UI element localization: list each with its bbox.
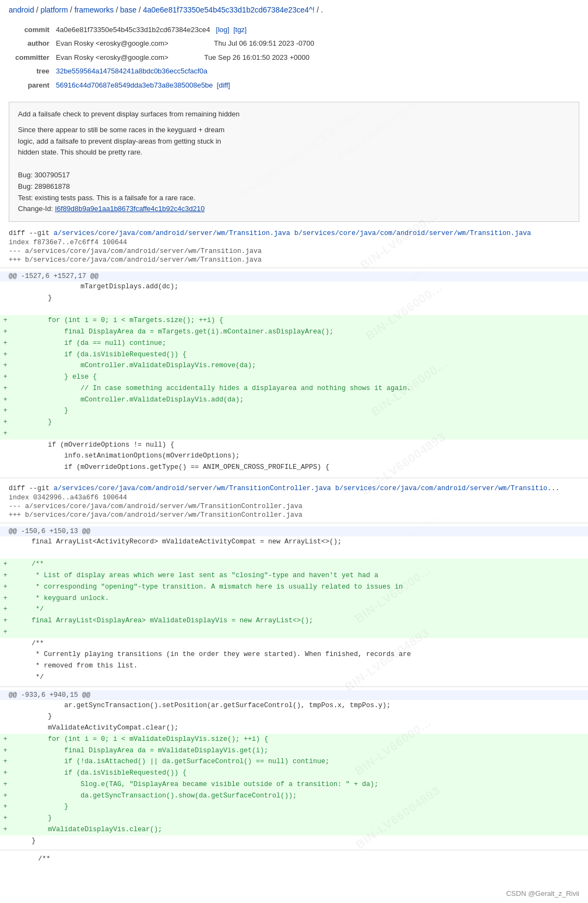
- diff2-git-line: diff --git a/services/core/java/com/andr…: [0, 484, 588, 493]
- committer-value: Evan Rosky <erosky@google.com> Tue Sep 2…: [54, 51, 317, 64]
- diff2-hunk2-block: @@ -933,6 +940,15 @@ ar.getSyncTransacti…: [0, 690, 588, 847]
- diff2-h1-add-empty: [0, 627, 588, 638]
- diff2-h2-ctx2: }: [0, 711, 588, 722]
- diff2-h1-add2: * List of display areas which were last …: [0, 570, 588, 582]
- diff1-section: diff --git a/services/core/java/com/andr…: [0, 226, 588, 264]
- tree-hash-link[interactable]: 32be559564a147584241a8bdc0b36ecc5cfacf0a: [56, 67, 207, 75]
- diff2-h1-ctx5: */: [0, 672, 588, 683]
- diff2-h2-add4: if (da.isVisibleRequested()) {: [0, 768, 588, 779]
- diff2-h2-add2: final DisplayArea da = mValidateDisplayV…: [0, 745, 588, 757]
- diff2-h1-add5: */: [0, 604, 588, 615]
- diff1-minus: --- a/services/core/java/com/android/ser…: [0, 247, 588, 256]
- diff2-hunk1-block: @@ -150,6 +150,13 @@ BIN-LV66000... fina…: [0, 527, 588, 683]
- committer-label: committer: [13, 51, 54, 64]
- diff1-add10: }: [0, 417, 588, 428]
- diff2-h1-ctx4: * removed from this list.: [0, 660, 588, 672]
- commit-label: commit: [13, 23, 54, 36]
- diff1-add2: final DisplayArea da = mTargets.get(i).m…: [0, 326, 588, 338]
- diff1-add7: // In case something accidentally hides …: [0, 383, 588, 394]
- diff2-hunk1-header: @@ -150,6 +150,13 @@ BIN-LV66000...: [0, 527, 588, 536]
- diff2-h2-add7: }: [0, 801, 588, 813]
- parent-hash-link[interactable]: 56916c44d70687e8549dda3eb73a8e385008e5be: [56, 81, 213, 89]
- diff1-ctx4: info.setAnimationOptions(mOverrideOption…: [0, 450, 588, 462]
- diff2-plus: +++ b/services/core/java/com/android/ser…: [0, 511, 588, 519]
- diff2-h1-empty: [0, 548, 588, 559]
- breadcrumb-base[interactable]: base: [120, 5, 137, 14]
- diff1-ctx-empty: [0, 304, 588, 316]
- diff1-hunk-header: @@ -1527,6 +1527,17 @@ BIN-LV66000...: [0, 271, 588, 281]
- diff2-h2-add8: }: [0, 813, 588, 824]
- parent-diff-link[interactable]: [diff]: [217, 81, 230, 89]
- diff2-h1-add4: * keyguard unlock.: [0, 593, 588, 604]
- diff2-file-a-link[interactable]: a/services/core/java/com/android/server/…: [54, 485, 331, 492]
- commit-log-link[interactable]: [log]: [216, 26, 230, 34]
- breadcrumb-frameworks[interactable]: frameworks: [75, 5, 114, 14]
- diff2-h2-ctx3: mValidateActivityCompat.clear();: [0, 722, 588, 734]
- breadcrumb-sep4: /: [139, 5, 143, 14]
- commit-message-body: Since there appear to still be some race…: [18, 125, 570, 215]
- breadcrumb-sep2: /: [70, 5, 75, 14]
- divider4: [0, 686, 588, 687]
- diff2-h1-add3: * corresponding "opening"-type transitio…: [0, 582, 588, 593]
- parent-value: 56916c44d70687e8549dda3eb73a8e385008e5be…: [54, 78, 317, 92]
- diff1-add6: } else {: [0, 372, 588, 383]
- diff1-ctx2: }: [0, 293, 588, 304]
- diff1-add9: }: [0, 405, 588, 417]
- diff2-final: /**: [0, 853, 588, 865]
- diff1-plus: +++ b/services/core/java/com/android/ser…: [0, 256, 588, 264]
- diff2-file-b-link[interactable]: b/services/core/java/com/android/server/…: [335, 485, 560, 492]
- diff1-add-empty: [0, 428, 588, 440]
- csdn-footer: CSDN @Geralt_z_Rivii: [506, 889, 579, 898]
- diff1-ctx5: if (mOverrideOptions.getType() == ANIM_O…: [0, 462, 588, 473]
- diff2-h1-add1: /**: [0, 559, 588, 570]
- diff2-h2-ctx1: ar.getSyncTransaction().setPosition(ar.g…: [0, 700, 588, 712]
- diff2-h2-add5: Slog.e(TAG, "DisplayArea became visible …: [0, 779, 588, 790]
- diff2-hunk2-header: @@ -933,6 +940,15 @@: [0, 690, 588, 700]
- parent-label: parent: [13, 78, 54, 92]
- diff2-h2-add9: mValidateDisplayVis.clear();: [0, 824, 588, 836]
- divider1: [0, 268, 588, 268]
- commit-message-box: Add a failsafe check to prevent display …: [9, 102, 579, 222]
- breadcrumb: android / platform / frameworks / base /…: [0, 0, 588, 17]
- author-date: Thu Jul 06 16:09:51 2023 -0700: [214, 39, 314, 47]
- breadcrumb-platform[interactable]: platform: [40, 5, 68, 14]
- author-label: author: [13, 36, 54, 50]
- tree-label: tree: [13, 64, 54, 78]
- divider3: [0, 523, 588, 523]
- diff2-h2-ctx4: }: [0, 836, 588, 847]
- diff2-h1-ctx2: /**: [0, 638, 588, 650]
- author-value: Evan Rosky <erosky@google.com> Thu Jul 0…: [54, 36, 317, 50]
- committer-date: Tue Sep 26 16:01:50 2023 +0000: [204, 53, 310, 61]
- change-id-link[interactable]: I6f89d8b9a9e1aa1b8673fcaffe4c1b92c4c3d21…: [55, 205, 205, 213]
- breadcrumb-commit[interactable]: 4a0e6e81f73350e54b45c33d1b2cd67384e23ce4…: [143, 5, 315, 14]
- commit-message-title: Add a failsafe check to prevent display …: [18, 109, 570, 120]
- diff2-h1-ctx1: final ArrayList<ActivityRecord> mValidat…: [0, 536, 588, 548]
- diff1-add8: mController.mValidateDisplayVis.add(da);: [0, 394, 588, 406]
- diff1-index: index f8736e7..e7c6ff4 100644: [0, 238, 588, 247]
- diff2-h1-ctx3: * Currently playing transitions (in the …: [0, 649, 588, 660]
- diff1-ctx1: mTargetDisplays.add(dc);: [0, 281, 588, 293]
- diff1-add4: if (da.isVisibleRequested()) {: [0, 349, 588, 361]
- breadcrumb-end: / .: [317, 5, 323, 14]
- breadcrumb-android[interactable]: android: [9, 5, 34, 14]
- diff1-file-a-link[interactable]: a/services/core/java/com/android/server/…: [54, 230, 290, 237]
- tree-value: 32be559564a147584241a8bdc0b36ecc5cfacf0a: [54, 64, 317, 78]
- divider5: [0, 850, 588, 850]
- diff1-ctx3: if (mOverrideOptions != null) {: [0, 440, 588, 451]
- diff2-h2-add1: for (int i = 0; i < mValidateDisplayVis.…: [0, 734, 588, 745]
- diff2-index: index 0342996..a43a6f6 100644: [0, 493, 588, 502]
- diff2-minus: --- a/services/core/java/com/android/ser…: [0, 502, 588, 511]
- diff1-block: @@ -1527,6 +1527,17 @@ BIN-LV66000... mT…: [0, 271, 588, 473]
- commit-hash: 4a0e6e81f73350e54b45c33d1b2cd67384e23ce4…: [54, 23, 317, 36]
- breadcrumb-sep3: /: [116, 5, 120, 14]
- diff1-git-line: diff --git a/services/core/java/com/andr…: [0, 228, 588, 238]
- diff2-h1-add6: final ArrayList<DisplayArea> mValidateDi…: [0, 615, 588, 627]
- diff2-section: diff --git a/services/core/java/com/andr…: [0, 481, 588, 519]
- diff1-file-b-link[interactable]: b/services/core/java/com/android/server/…: [294, 230, 531, 237]
- csdn-footer-text: CSDN @Geralt_z_Rivii: [506, 889, 579, 898]
- commit-tgz-link[interactable]: [tgz]: [233, 26, 247, 34]
- divider2: [0, 478, 588, 478]
- diff2-h2-add3: if (!da.isAttached() || da.getSurfaceCon…: [0, 756, 588, 768]
- diff2-h2-add6: da.getSyncTransaction().show(da.getSurfa…: [0, 790, 588, 802]
- diff1-add1: for (int i = 0; i < mTargets.size(); ++i…: [0, 315, 588, 326]
